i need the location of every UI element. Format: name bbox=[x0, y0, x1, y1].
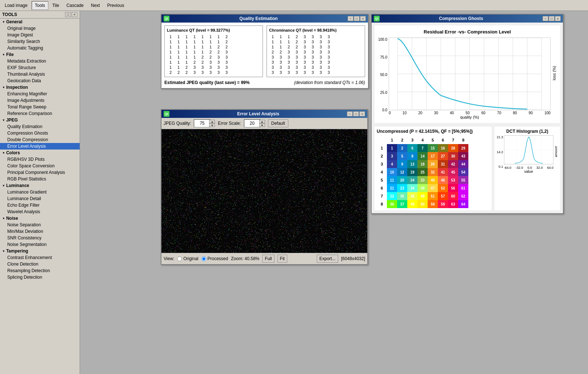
sidebar-ctrl-1[interactable]: □ bbox=[65, 12, 71, 17]
sidebar-category-inspection[interactable]: Inspection bbox=[0, 84, 80, 91]
sidebar-item-luminance-detail[interactable]: Luminance Detail bbox=[0, 195, 80, 202]
ela-processed-radio[interactable] bbox=[201, 256, 206, 261]
sidebar-item-quality-estimation[interactable]: Quality Estimation bbox=[0, 123, 80, 130]
lum-cell: 2 bbox=[199, 55, 206, 59]
sidebar-item-snr-consistency[interactable]: SNR Consistency bbox=[0, 235, 80, 241]
chrom-cell: 3 bbox=[301, 35, 308, 39]
luminance-title: Luminance QT (level = 99.3277%) bbox=[167, 28, 260, 32]
sidebar-category-noise[interactable]: Noise bbox=[0, 215, 80, 222]
sidebar-item-reference-comparison[interactable]: Reference Comparison bbox=[0, 110, 80, 117]
table-cell: 26 bbox=[428, 160, 438, 168]
cg-maximize-button[interactable]: □ bbox=[549, 16, 555, 21]
table-cell: 32 bbox=[428, 168, 438, 176]
sidebar-item-metadata-extraction[interactable]: Metadata Extraction bbox=[0, 58, 80, 64]
ela-view-label: View: bbox=[164, 256, 174, 261]
lum-cell: 3 bbox=[223, 70, 230, 75]
ela-close-button[interactable]: × bbox=[359, 111, 365, 116]
sidebar-item-luminance-gradient[interactable]: Luminance Gradient bbox=[0, 189, 80, 195]
lum-cell: 1 bbox=[215, 35, 222, 39]
table-cell: 34 bbox=[407, 184, 417, 192]
x-tick-40: 40 bbox=[450, 111, 454, 115]
ela-full-button[interactable]: Full bbox=[262, 255, 274, 263]
error-scale-input[interactable] bbox=[244, 119, 260, 127]
ela-export-button[interactable]: Export... bbox=[317, 255, 338, 263]
sidebar-item-image-adjustments[interactable]: Image Adjustments bbox=[0, 97, 80, 104]
lum-cell: 1 bbox=[207, 35, 214, 39]
jpeg-quality-spin: ▲ ▼ bbox=[209, 120, 215, 127]
sidebar-item-contrast-enhancement[interactable]: Contrast Enhancement bbox=[0, 254, 80, 261]
sidebar-item-exif-structure[interactable]: EXIF Structure bbox=[0, 64, 80, 71]
ela-maximize-button[interactable]: □ bbox=[353, 111, 359, 116]
ela-fit-button[interactable]: Fit bbox=[277, 255, 287, 263]
ela-window: Qt Error Level Analysis − □ × JPEG Quali… bbox=[161, 109, 368, 265]
table-cell: 56 bbox=[448, 184, 458, 192]
chrom-cell: 3 bbox=[309, 50, 316, 54]
sidebar-item-enhancing-magnifier[interactable]: Enhancing Magnifier bbox=[0, 91, 80, 97]
next-button[interactable]: Next bbox=[88, 1, 103, 10]
cg-close-button[interactable]: × bbox=[555, 16, 561, 21]
tile-button[interactable]: Tile bbox=[49, 1, 63, 10]
qe-close-button[interactable]: × bbox=[360, 16, 366, 21]
previous-button[interactable]: Previous bbox=[104, 1, 128, 10]
table-row: 51120243340465355 bbox=[377, 176, 468, 184]
sidebar-category-file[interactable]: File bbox=[0, 51, 80, 58]
ela-original-radio[interactable] bbox=[177, 256, 182, 261]
x-tick-30: 30 bbox=[434, 111, 438, 115]
lum-cell: 1 bbox=[191, 50, 198, 54]
load-image-button[interactable]: Load image bbox=[1, 1, 31, 10]
sidebar-item-rgb/hsv-3d-plots[interactable]: RGB/HSV 3D Plots bbox=[0, 156, 80, 163]
menu-bar: Load image Tools Tile Cascade Next Previ… bbox=[0, 0, 588, 11]
sidebar-item-rgb-pixel-statistics[interactable]: RGB Pixel Statistics bbox=[0, 176, 80, 182]
ela-default-button[interactable]: Default bbox=[268, 119, 288, 127]
sidebar-category-colors[interactable]: Colors bbox=[0, 150, 80, 156]
chrom-cell: 3 bbox=[277, 55, 284, 59]
sidebar-item-clone-detection[interactable]: Clone Detection bbox=[0, 261, 80, 267]
cg-minimize-button[interactable]: − bbox=[543, 16, 548, 21]
table-cell: 52 bbox=[438, 184, 448, 192]
cascade-button[interactable]: Cascade bbox=[63, 1, 87, 10]
table-cell: 61 bbox=[458, 184, 468, 192]
jpeg-quality-down[interactable]: ▼ bbox=[209, 123, 215, 127]
table-cell: 13 bbox=[407, 160, 417, 168]
jpeg-quality-input[interactable] bbox=[194, 119, 210, 127]
error-scale-down[interactable]: ▼ bbox=[259, 123, 265, 127]
sidebar-item-compression-ghosts[interactable]: Compression Ghosts bbox=[0, 130, 80, 136]
sidebar-item-noise-separation[interactable]: Noise Separation bbox=[0, 222, 80, 228]
sidebar-item-echo-edge-filter[interactable]: Echo Edge Filter bbox=[0, 202, 80, 208]
sidebar-item-principal-component-analysis[interactable]: Principal Component Analysis bbox=[0, 169, 80, 176]
sidebar-category-luminance[interactable]: Luminance bbox=[0, 182, 80, 189]
tools-button[interactable]: Tools bbox=[32, 1, 48, 10]
sidebar-item-error-level-analysis[interactable]: Error Level Analysis bbox=[0, 143, 80, 150]
sidebar-item-geolocation-data[interactable]: Geolocation Data bbox=[0, 77, 80, 84]
error-scale-up[interactable]: ▲ bbox=[259, 120, 265, 123]
sidebar-item-min/max-deviation[interactable]: Min/Max Deviation bbox=[0, 228, 80, 235]
lum-cell: 1 bbox=[191, 55, 198, 59]
sidebar-item-automatic-tagging[interactable]: Automatic Tagging bbox=[0, 45, 80, 51]
sidebar-item-resampling-detection[interactable]: Resampling Detection bbox=[0, 267, 80, 274]
sidebar-item-wavelet-analysis[interactable]: Wavelet Analysis bbox=[0, 208, 80, 215]
qe-minimize-button[interactable]: − bbox=[348, 16, 353, 21]
sidebar-item-color-space-conversion[interactable]: Color Space Conversion bbox=[0, 163, 80, 169]
sidebar-item-image-digest[interactable]: Image Digest bbox=[0, 32, 80, 38]
sidebar-item-tonal-range-sweep[interactable]: Tonal Range Sweep bbox=[0, 104, 80, 110]
sidebar-item-thumbnail-analysis[interactable]: Thumbnail Analysis bbox=[0, 71, 80, 77]
qe-maximize-button[interactable]: □ bbox=[354, 16, 360, 21]
sidebar-item-noise-segmentation[interactable]: Noise Segmentation bbox=[0, 241, 80, 248]
jpeg-quality-up[interactable]: ▲ bbox=[209, 120, 215, 123]
ela-minimize-button[interactable]: − bbox=[347, 111, 353, 116]
row-header: 3 bbox=[377, 160, 387, 168]
table-cell: 51 bbox=[428, 192, 438, 200]
table-cell: 41 bbox=[438, 168, 448, 176]
sidebar-category-general[interactable]: General bbox=[0, 19, 80, 25]
sidebar-item-similarity-search[interactable]: Similarity Search bbox=[0, 38, 80, 45]
sidebar-item-original-image[interactable]: Original Image bbox=[0, 25, 80, 32]
sidebar-item-double-compression[interactable]: Double Compression bbox=[0, 136, 80, 143]
chrom-cell: 3 bbox=[277, 65, 284, 69]
chrom-cell: 3 bbox=[301, 70, 308, 75]
sidebar-item-splicing-detection[interactable]: Splicing Detection bbox=[0, 274, 80, 280]
sidebar-category-tampering[interactable]: Tampering bbox=[0, 248, 80, 254]
sidebar-category-jpeg[interactable]: JPEG bbox=[0, 117, 80, 123]
table-cell: 23 bbox=[397, 184, 407, 192]
sidebar-ctrl-2[interactable]: × bbox=[72, 12, 77, 17]
chrom-cell: 3 bbox=[285, 70, 292, 75]
